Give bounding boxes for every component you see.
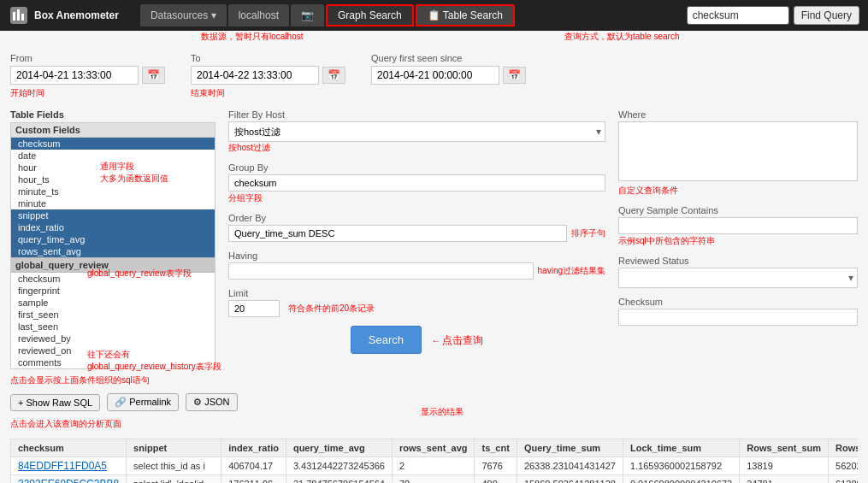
right-panel: Where 自定义查询条件 Query Sample Contains 示例sq… <box>618 109 858 369</box>
to-input[interactable] <box>191 66 319 85</box>
global-field-first-seen[interactable]: first_seen <box>11 309 215 321</box>
query-sample-input[interactable] <box>618 217 858 234</box>
checksum-input[interactable] <box>618 309 858 326</box>
fields-section: Custom Fields checksum date hour hour_ts… <box>10 122 216 369</box>
global-field-last-seen[interactable]: last_seen <box>11 321 215 333</box>
field-query-time-avg[interactable]: query_time_avg <box>11 233 215 245</box>
results-table: checksum snippet index_ratio query_time_… <box>10 439 858 483</box>
results-annotation: 显示的结果 <box>421 406 464 418</box>
since-group: Query first seen since 📅 <box>371 53 526 99</box>
json-button[interactable]: ⚙ JSON <box>186 393 237 411</box>
global-field-checksum[interactable]: checksum <box>11 273 215 285</box>
group-by-group: Group By 分组字段 <box>228 162 605 204</box>
nav-camera[interactable]: 📷 <box>291 4 324 27</box>
results-tbody: 84EDDFF11FD0A5select this_id as i406704.… <box>11 457 859 484</box>
find-query-button[interactable]: Find Query <box>794 6 859 25</box>
show-raw-sql-button[interactable]: + Show Raw SQL <box>10 394 100 411</box>
query-sample-group: Query Sample Contains 示例sql中所包含的字符串 <box>618 205 858 247</box>
field-minute[interactable]: minute <box>11 197 215 209</box>
field-hour[interactable]: hour <box>11 162 215 174</box>
limit-input[interactable] <box>228 300 280 317</box>
table-row: 84EDDFF11FD0A5select this_id as i406704.… <box>11 457 859 475</box>
nav-datasources[interactable]: Datasources ▾ <box>140 4 227 27</box>
field-checksum[interactable]: checksum <box>11 138 215 150</box>
permalink-button[interactable]: 🔗 Permalink <box>107 393 179 411</box>
field-snippet[interactable]: snippet <box>11 209 215 221</box>
cell-checksum[interactable]: 3392EE69D5CC3BB8 <box>11 475 127 484</box>
col-index-ratio: index_ratio <box>221 439 286 457</box>
cell-query_time_avg: 3.4312442273245366 <box>286 457 392 475</box>
having-cn: having过滤结果集 <box>538 265 605 277</box>
cell-rows_sent_sum: 34781 <box>740 475 829 484</box>
from-input-wrap: 📅 <box>10 66 165 85</box>
svg-rect-1 <box>13 12 15 21</box>
where-cn: 自定义查询条件 <box>618 186 678 195</box>
cell-rows_sent_sum: 13819 <box>740 457 829 475</box>
to-group: To 📅 结束时间 <box>191 53 345 99</box>
from-calendar-icon[interactable]: 📅 <box>142 67 165 84</box>
global-field-sample[interactable]: sample <box>11 297 215 309</box>
field-index-ratio[interactable]: index_ratio <box>11 221 215 233</box>
nav-tabs: Datasources ▾ localhost 📷 Graph Search 📋… <box>140 4 515 27</box>
global-field-reviewed-on[interactable]: reviewed_on <box>11 345 215 356</box>
filter-host-group: Filter By Host 按host过滤 ▾ 按host过滤 <box>228 109 605 154</box>
col-checksum: checksum <box>11 439 127 457</box>
field-date[interactable]: date <box>11 150 215 162</box>
to-label: To <box>191 53 345 63</box>
cell-lock_time_sum: 1.1659360002158792 <box>623 457 739 475</box>
main-content: From 📅 开始时间 To 📅 结束时间 Query first seen s… <box>0 46 868 483</box>
from-input[interactable] <box>10 66 139 85</box>
svg-rect-3 <box>21 14 24 21</box>
col-lock-time-sum: Lock_time_sum <box>623 439 739 457</box>
cell-rows_examined_sum: 5620244858 <box>829 457 858 475</box>
filter-host-label: Filter By Host <box>228 109 605 120</box>
since-input[interactable] <box>371 66 499 85</box>
search-button[interactable]: Search <box>351 326 422 354</box>
where-input[interactable] <box>618 121 858 181</box>
nav-graph-search[interactable]: Graph Search <box>326 4 414 27</box>
to-calendar-icon[interactable]: 📅 <box>322 67 345 84</box>
col-ts-cnt: ts_cnt <box>475 439 517 457</box>
cell-query_time_avg: 31.784756796154564 <box>286 475 392 484</box>
datasource-annotation: 数据源，暂时只有localhost <box>201 31 303 43</box>
having-label: Having <box>228 250 605 261</box>
global-field-reviewed-by[interactable]: reviewed_by <box>11 333 215 345</box>
reviewed-status-select[interactable] <box>618 268 858 288</box>
sql-annotation: 点击会显示按上面条件组织的sql语句 <box>10 374 858 386</box>
having-group: Having having过滤结果集 <box>228 250 605 280</box>
col-query-time-sum: Query_time_sum <box>517 439 623 457</box>
col-rows-sent-sum: Rows_sent_sum <box>740 439 829 457</box>
since-calendar-icon[interactable]: 📅 <box>503 67 526 84</box>
cell-rows_examined_sum: 6128828180 <box>829 475 858 484</box>
header-search-area: Find Query <box>687 6 859 25</box>
to-cn-label: 结束时间 <box>191 87 345 99</box>
global-field-comments[interactable]: comments <box>11 356 215 368</box>
table-row: 3392EE69D5CC3BB8select 'id', 'dealid1762… <box>11 475 859 484</box>
field-rows-sent-avg[interactable]: rows_sent_avg <box>11 245 215 257</box>
to-input-wrap: 📅 <box>191 66 345 85</box>
group-by-label: Group By <box>228 162 605 173</box>
field-minute-ts[interactable]: minute_ts <box>11 186 215 197</box>
having-input[interactable] <box>228 262 534 280</box>
results-area: checksum snippet index_ratio query_time_… <box>10 439 858 483</box>
col-query-time-avg: query_time_avg <box>286 439 392 457</box>
reviewed-status-group: Reviewed Status ▾ <box>618 256 858 288</box>
col-snippet: snippet <box>127 439 221 457</box>
table-header-row: checksum snippet index_ratio query_time_… <box>11 439 859 457</box>
group-by-input[interactable] <box>228 174 605 191</box>
nav-table-search[interactable]: 📋 Table Search <box>416 4 515 27</box>
order-by-input[interactable] <box>228 225 567 242</box>
custom-fields-header: Custom Fields <box>11 123 215 138</box>
nav-localhost[interactable]: localhost <box>228 4 289 27</box>
cell-index_ratio: 406704.17 <box>221 457 286 475</box>
custom-fields-list: checksum date hour hour_ts minute_ts min… <box>11 138 215 257</box>
cell-rows_sent_avg: 2 <box>392 457 474 475</box>
field-hour-ts[interactable]: hour_ts <box>11 174 215 186</box>
since-input-wrap: 📅 <box>371 66 526 85</box>
app-title: Box Anemometer <box>34 9 119 21</box>
cell-ts_cnt: 499 <box>475 475 517 484</box>
checksum-search-input[interactable] <box>687 6 789 25</box>
cell-checksum[interactable]: 84EDDFF11FD0A5 <box>11 457 127 475</box>
global-field-fingerprint[interactable]: fingerprint <box>11 285 215 297</box>
filter-host-select[interactable]: 按host过滤 <box>228 121 605 142</box>
